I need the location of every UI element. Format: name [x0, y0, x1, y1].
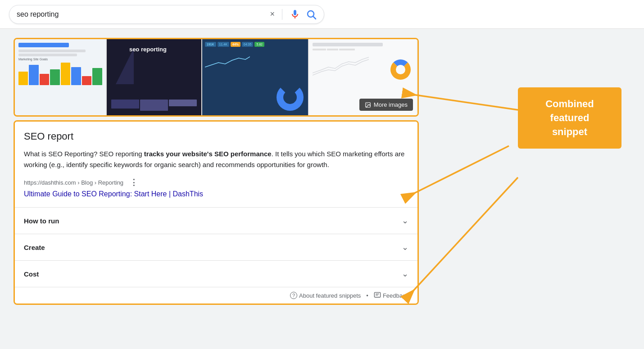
about-snippets-button[interactable]: ? About featured snippets: [290, 292, 361, 299]
faq-item-how-to-run[interactable]: How to run ⌄: [15, 208, 417, 234]
chevron-down-icon-1: ⌄: [402, 216, 408, 226]
combined-label-line3: snippet: [552, 126, 587, 137]
search-icons-group: ×: [270, 9, 317, 20]
footer-separator: •: [366, 292, 368, 299]
snippet-link[interactable]: Ultimate Guide to SEO Reporting: Start H…: [24, 190, 203, 198]
snippet-footer: ? About featured snippets • Feedback: [15, 287, 417, 304]
featured-snippet-container: SEO report What is SEO Reporting? SEO re…: [14, 120, 419, 305]
mic-button[interactable]: [290, 9, 300, 20]
clear-button[interactable]: ×: [270, 9, 275, 19]
snippet-url-area: https://dashthis.com › Blog › Reporting …: [24, 177, 408, 187]
feedback-label: Feedback: [383, 292, 408, 299]
combined-snippet-label: Combined featured snippet: [518, 87, 621, 149]
feedback-button[interactable]: Feedback: [374, 292, 408, 299]
svg-point-3: [367, 104, 367, 104]
feedback-icon: [374, 292, 381, 299]
svg-rect-4: [374, 292, 380, 297]
annotation-panel: Combined featured snippet: [518, 51, 621, 149]
thumbnail-2[interactable]: seo reporting: [107, 39, 202, 115]
more-images-label: More images: [374, 101, 408, 108]
faq-question-2: Create: [24, 244, 45, 251]
thumbnail-3[interactable]: 191K 11.4K 44% 04:35 5.82: [202, 39, 309, 115]
image-carousel: Marketing Site Goals seo: [14, 38, 419, 117]
faq-section: How to run ⌄ Create ⌄ Cost ⌄: [15, 207, 417, 287]
svg-line-10: [410, 94, 518, 110]
image-icon: [365, 102, 371, 108]
help-icon: ?: [290, 292, 297, 299]
more-images-button[interactable]: More images: [359, 99, 413, 111]
search-input[interactable]: seo reporting: [17, 10, 270, 18]
thumbnail-1[interactable]: Marketing Site Goals: [15, 39, 107, 115]
combined-label-line2: featured: [550, 112, 590, 123]
search-bar-area: seo reporting ×: [0, 0, 644, 29]
svg-line-12: [410, 177, 518, 295]
faq-question-3: Cost: [24, 270, 39, 278]
combined-label-line1: Combined: [545, 98, 594, 109]
content-area: Marketing Site Goals seo: [0, 29, 644, 314]
snippet-title: SEO report: [24, 131, 408, 142]
search-button[interactable]: [306, 9, 317, 20]
search-input-wrapper[interactable]: seo reporting ×: [9, 5, 324, 24]
svg-line-11: [410, 146, 509, 195]
faq-item-cost[interactable]: Cost ⌄: [15, 261, 417, 287]
about-snippets-label: About featured snippets: [299, 292, 361, 299]
chevron-down-icon-3: ⌄: [402, 269, 408, 279]
search-icon: [306, 9, 317, 20]
svg-line-1: [313, 16, 316, 19]
snippet-url-text: https://dashthis.com › Blog › Reporting: [24, 179, 123, 186]
options-menu-button[interactable]: ⋮: [130, 177, 138, 187]
faq-item-create[interactable]: Create ⌄: [15, 234, 417, 261]
main-container: seo reporting ×: [0, 0, 644, 349]
mic-icon: [290, 9, 300, 20]
seo-reporting-title: seo reporting: [129, 46, 167, 53]
faq-question-1: How to run: [24, 217, 59, 225]
chevron-down-icon-2: ⌄: [402, 242, 408, 252]
left-panel: Marketing Site Goals seo: [14, 38, 419, 305]
featured-snippet: SEO report What is SEO Reporting? SEO re…: [15, 122, 417, 207]
snippet-desc-bold: tracks your website's SEO performance: [144, 150, 272, 158]
snippet-description: What is SEO Reporting? SEO reporting tra…: [24, 149, 408, 170]
snippet-desc-part1: What is SEO Reporting? SEO reporting: [24, 150, 144, 158]
clear-icon: ×: [270, 9, 275, 19]
